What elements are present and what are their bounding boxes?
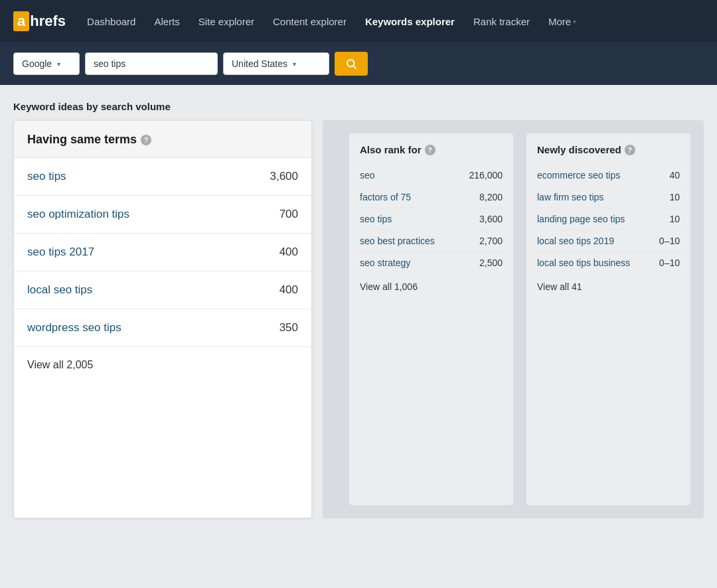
rank-volume: 8,200 xyxy=(479,192,503,202)
newly-discovered-info-icon[interactable]: ? xyxy=(625,145,635,155)
main-content: Keyword ideas by search volume Having sa… xyxy=(0,85,717,534)
nd-volume: 0–10 xyxy=(659,257,680,268)
nav-more[interactable]: More ▾ xyxy=(540,12,584,31)
keyword-volume: 3,600 xyxy=(270,170,298,183)
rank-link[interactable]: seo best practices xyxy=(360,236,435,246)
nav-site-explorer[interactable]: Site explorer xyxy=(191,12,262,31)
keyword-link[interactable]: seo tips xyxy=(27,170,66,183)
newly-discovered-row: local seo tips business 0–10 xyxy=(537,252,680,273)
left-panel-heading: Having same terms ? xyxy=(27,133,298,147)
nd-volume: 40 xyxy=(669,170,680,181)
rank-link[interactable]: seo tips xyxy=(360,214,392,224)
nd-link[interactable]: ecommerce seo tips xyxy=(537,170,620,181)
nav-keywords-explorer[interactable]: Keywords explorer xyxy=(357,12,463,31)
rank-volume: 3,600 xyxy=(479,214,503,224)
rank-volume: 2,700 xyxy=(479,236,503,246)
view-all-also-rank[interactable]: View all 1,006 xyxy=(360,281,503,292)
also-rank-heading: Also rank for ? xyxy=(360,144,503,155)
newly-discovered-rows: ecommerce seo tips 40 law firm seo tips … xyxy=(537,165,680,273)
country-chevron-icon: ▾ xyxy=(293,60,296,68)
section-title: Keyword ideas by search volume xyxy=(13,101,704,112)
keyword-link[interactable]: seo optimization tips xyxy=(27,208,129,221)
also-rank-info-icon[interactable]: ? xyxy=(425,145,436,155)
newly-discovered-row: local seo tips 2019 0–10 xyxy=(537,230,680,252)
svg-point-0 xyxy=(347,60,355,67)
logo-hrefs: hrefs xyxy=(30,13,66,30)
newly-discovered-heading: Newly discovered ? xyxy=(537,144,680,155)
newly-discovered-col: Newly discovered ? ecommerce seo tips 40… xyxy=(526,133,690,505)
rank-volume: 216,000 xyxy=(469,170,503,181)
nav-alerts[interactable]: Alerts xyxy=(146,12,187,31)
keyword-row[interactable]: seo tips 2017 400 xyxy=(14,234,311,271)
keyword-volume: 700 xyxy=(279,208,298,221)
nd-link[interactable]: local seo tips business xyxy=(537,257,630,268)
also-rank-col: Also rank for ? seo 216,000 factors of 7… xyxy=(349,133,513,505)
nav-dashboard[interactable]: Dashboard xyxy=(79,12,143,31)
country-label: United States xyxy=(232,58,287,69)
search-icon xyxy=(345,58,357,70)
nd-volume: 10 xyxy=(669,192,680,202)
nd-link[interactable]: local seo tips 2019 xyxy=(537,236,614,246)
svg-line-1 xyxy=(353,66,356,68)
keyword-link[interactable]: local seo tips xyxy=(27,283,92,297)
country-select[interactable]: United States ▾ xyxy=(223,52,329,75)
also-rank-rows: seo 216,000 factors of 75 8,200 seo tips… xyxy=(360,165,503,273)
also-rank-row: seo best practices 2,700 xyxy=(360,230,503,252)
newly-discovered-row: ecommerce seo tips 40 xyxy=(537,165,680,186)
keyword-volume: 350 xyxy=(279,321,298,334)
newly-discovered-row: law firm seo tips 10 xyxy=(537,186,680,208)
logo: a hrefs xyxy=(13,11,66,31)
view-all-newly-discovered[interactable]: View all 41 xyxy=(537,281,680,292)
keyword-link[interactable]: wordpress seo tips xyxy=(27,321,121,334)
left-panel-info-icon[interactable]: ? xyxy=(141,135,151,145)
rank-volume: 2,500 xyxy=(479,257,503,268)
left-panel: Having same terms ? seo tips 3,600 seo o… xyxy=(13,120,312,518)
keyword-row[interactable]: local seo tips 400 xyxy=(14,271,311,309)
nd-volume: 10 xyxy=(669,214,680,224)
keyword-volume: 400 xyxy=(279,246,298,259)
also-rank-row: factors of 75 8,200 xyxy=(360,186,503,208)
panels-wrapper: Having same terms ? seo tips 3,600 seo o… xyxy=(13,120,704,518)
newly-discovered-row: landing page seo tips 10 xyxy=(537,208,680,230)
rank-link[interactable]: seo xyxy=(360,170,375,181)
nav-more-label: More xyxy=(548,16,571,27)
also-rank-row: seo tips 3,600 xyxy=(360,208,503,230)
logo-a: a xyxy=(13,11,29,31)
navbar: a hrefs Dashboard Alerts Site explorer C… xyxy=(0,0,717,42)
engine-chevron-icon: ▾ xyxy=(57,60,60,68)
keyword-volume: 400 xyxy=(279,283,298,297)
keyword-link[interactable]: seo tips 2017 xyxy=(27,246,94,259)
rank-link[interactable]: factors of 75 xyxy=(360,192,411,202)
nav-rank-tracker[interactable]: Rank tracker xyxy=(465,12,538,31)
keyword-row[interactable]: seo optimization tips 700 xyxy=(14,196,311,234)
nd-volume: 0–10 xyxy=(659,236,680,246)
also-rank-row: seo strategy 2,500 xyxy=(360,252,503,273)
nav-more-chevron-icon: ▾ xyxy=(573,18,576,25)
engine-select[interactable]: Google ▾ xyxy=(13,52,80,75)
keyword-input[interactable] xyxy=(85,52,218,75)
search-button[interactable] xyxy=(335,52,368,76)
view-all-keywords[interactable]: View all 2,005 xyxy=(14,346,311,383)
nav-content-explorer[interactable]: Content explorer xyxy=(265,12,355,31)
nd-link[interactable]: landing page seo tips xyxy=(537,214,625,224)
nd-link[interactable]: law firm seo tips xyxy=(537,192,603,202)
right-area: Also rank for ? seo 216,000 factors of 7… xyxy=(323,120,704,518)
left-panel-header: Having same terms ? xyxy=(14,121,311,158)
search-bar: Google ▾ United States ▾ xyxy=(0,42,717,85)
keyword-row[interactable]: seo tips 3,600 xyxy=(14,158,311,196)
engine-label: Google xyxy=(22,58,52,69)
keyword-rows-container: seo tips 3,600 seo optimization tips 700… xyxy=(14,158,311,346)
rank-link[interactable]: seo strategy xyxy=(360,257,410,268)
keyword-row[interactable]: wordpress seo tips 350 xyxy=(14,309,311,346)
also-rank-row: seo 216,000 xyxy=(360,165,503,186)
